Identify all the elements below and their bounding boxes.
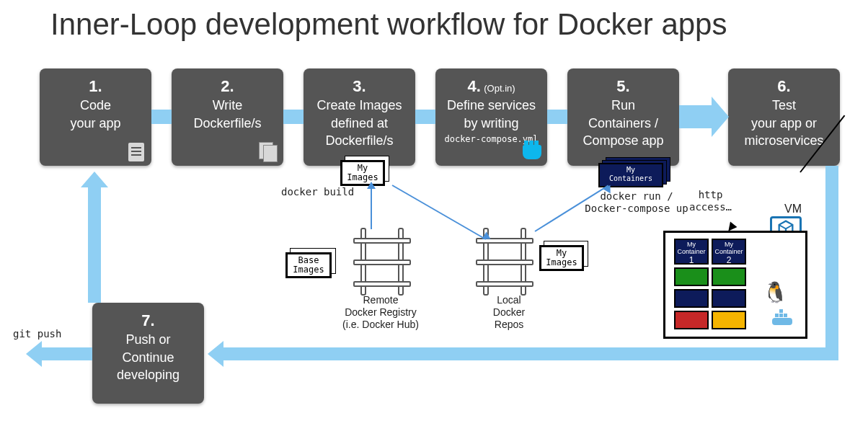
label-http-l2: access… [689, 201, 732, 213]
arrow-remote-up-head [367, 182, 376, 189]
arrow-7-1-shaft [88, 187, 101, 303]
vm-cell-green-1 [674, 267, 709, 286]
step-3-num: 3. [308, 77, 411, 96]
diagram-title: Inner-Loop development workflow for Dock… [50, 7, 727, 42]
vm-box: My Container 1 My Container 2 🐧 [663, 231, 807, 339]
label-remote-registry-l1: Remote [363, 294, 398, 306]
arrow-gitpush-head [26, 341, 42, 367]
step-5-l3: Compose app [572, 133, 675, 149]
label-http-l1: http [699, 189, 723, 200]
step-1-l1: Code [44, 97, 147, 114]
step-3-l3: Dockerfile/s [308, 133, 411, 149]
vm-cell-green-2 [712, 267, 746, 286]
arrow-3-4 [415, 110, 435, 124]
card-my-images-local-l2: Images [546, 258, 577, 267]
step-3-l1: Create Images [308, 97, 411, 114]
step-5-num: 5. [572, 77, 675, 96]
vm-cell-yellow [712, 311, 746, 329]
arrow-gitpush-shaft [42, 347, 92, 360]
step-7-l2: Continue [97, 350, 200, 366]
step-4-num: 4. [467, 77, 480, 95]
docker-whale-icon [523, 143, 541, 161]
card-base-images: Base Images [285, 252, 332, 278]
step-7-num: 7. [97, 311, 200, 330]
card-my-containers-l2: Containers [600, 174, 662, 183]
vm-cell-red [674, 311, 709, 329]
step-2-num: 2. [176, 77, 279, 96]
vm-c2-n: 2 [727, 255, 732, 265]
vm-cell-navy-2 [712, 289, 746, 308]
step-5-l2: Containers / [572, 115, 675, 132]
step-4-l1: Define services [440, 97, 543, 114]
step-2-l1: Write [176, 97, 279, 114]
step-1-num: 1. [44, 77, 147, 96]
card-my-images-top: My Images [340, 160, 385, 186]
arrow-7-1-head [81, 172, 108, 187]
docker-whale-vm-icon [771, 309, 797, 331]
step-2-l2: Dockerfile/s [176, 115, 279, 132]
step-6-l2: your app or [732, 115, 836, 132]
step-3: 3. Create Images defined at Dockerfile/s [304, 68, 415, 166]
label-remote-registry: Remote Docker Registry (i.e. Docker Hub) [323, 294, 438, 330]
tux-icon: 🐧 [763, 280, 788, 304]
step-4-opt: (Opt.in) [484, 83, 515, 94]
arrow-5-6-head [712, 97, 729, 137]
svg-rect-3 [784, 314, 787, 317]
step-6: 6. Test your app or microservices [728, 68, 840, 166]
vm-c1-l2: Container [677, 248, 705, 255]
card-my-containers-l1: My [600, 166, 662, 174]
label-remote-registry-l2: Docker Registry [345, 306, 417, 318]
document-icon [127, 143, 146, 161]
step-4: 4. (Opt.in) Define services by writing d… [435, 68, 547, 166]
arrow-bottom-shaft [223, 347, 838, 360]
step-6-num: 6. [732, 77, 836, 96]
step-5: 5. Run Containers / Compose app [567, 68, 679, 166]
vm-c1-n: 1 [689, 255, 694, 265]
step-7: 7. Push or Continue developing [92, 303, 204, 404]
label-vm: VM [784, 202, 802, 216]
label-docker-build: docker build [281, 186, 354, 198]
step-5-l1: Run [572, 97, 675, 114]
svg-rect-0 [772, 318, 792, 325]
step-1: 1. Code your app [40, 68, 151, 166]
arrow-remote-up [371, 187, 372, 229]
shelf-remote [353, 231, 411, 296]
svg-rect-2 [779, 314, 783, 317]
vm-container-1: My Container 1 [674, 239, 709, 265]
vm-c2-l1: My [725, 241, 733, 248]
card-base-images-l2: Images [292, 265, 325, 275]
arrow-5-6-shaft [679, 105, 712, 128]
step-4-l2: by writing [440, 115, 543, 132]
arrow-2-3 [283, 110, 304, 124]
card-my-images-local: My Images [539, 245, 584, 271]
svg-rect-1 [775, 314, 779, 317]
vm-c2-l2: Container [714, 248, 743, 255]
step-1-l2: your app [44, 115, 147, 132]
label-local-repos: Local Docker Repos [480, 294, 538, 330]
label-docker-run-l2: Docker-compose up [585, 203, 688, 214]
dockerfile-stack-icon [259, 143, 278, 161]
arrow-1-2 [151, 110, 172, 124]
step-3-l2: defined at [308, 115, 411, 132]
label-git-push: git push [13, 328, 61, 340]
arrow-6-down [825, 166, 838, 355]
vm-container-2: My Container 2 [712, 239, 746, 265]
label-local-repos-l2: Docker [493, 306, 525, 318]
step-2: 2. Write Dockerfile/s [172, 68, 283, 166]
label-local-repos-l1: Local [497, 294, 521, 306]
vm-c1-l1: My [687, 241, 696, 248]
arrow-bottom-head [208, 341, 223, 367]
label-remote-registry-l3: (i.e. Docker Hub) [342, 319, 419, 330]
arrow-4-5 [547, 110, 567, 124]
label-local-repos-l3: Repos [495, 319, 523, 330]
svg-rect-4 [779, 309, 783, 313]
step-7-l1: Push or [97, 332, 200, 348]
vm-cell-navy-1 [674, 289, 709, 308]
label-http-access: http access… [689, 189, 732, 213]
step-7-l3: developing [97, 367, 200, 383]
step-6-l1: Test [732, 97, 836, 114]
label-docker-run: docker run / Docker-compose up [583, 190, 691, 215]
